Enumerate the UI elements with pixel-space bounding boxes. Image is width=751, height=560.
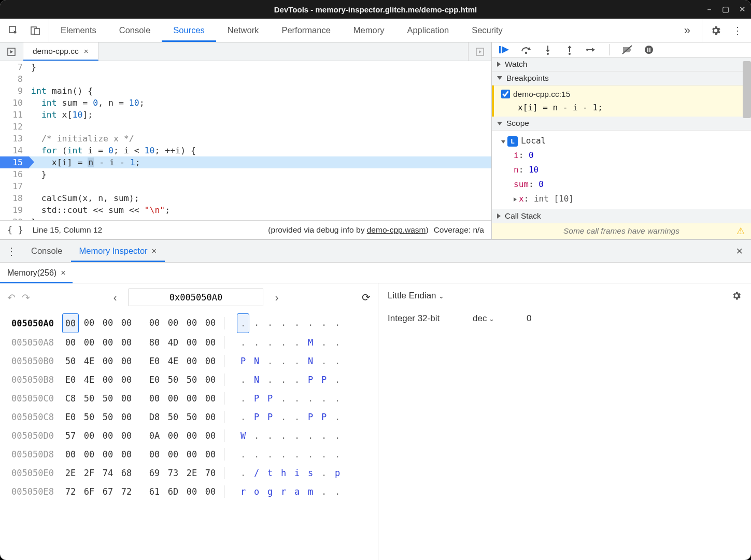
pause-on-exceptions-icon[interactable] bbox=[643, 44, 655, 56]
value-result: 0 bbox=[527, 313, 531, 324]
history-back-icon[interactable]: ↶ bbox=[7, 292, 16, 304]
hex-row[interactable]: 005050D80000000000000000........ bbox=[11, 445, 378, 464]
page-next-icon[interactable]: › bbox=[271, 292, 283, 304]
memory-tab[interactable]: Memory(256)× bbox=[0, 263, 73, 283]
navigator-toggle-icon[interactable] bbox=[5, 46, 18, 58]
step-out-icon[interactable] bbox=[563, 44, 576, 56]
tab-console[interactable]: Console bbox=[108, 19, 162, 42]
svg-point-18 bbox=[645, 46, 653, 54]
code-line[interactable]: 20} bbox=[0, 216, 491, 220]
maximize-icon[interactable]: ▢ bbox=[722, 6, 729, 13]
scrollbar-thumb[interactable] bbox=[743, 61, 751, 118]
step-into-icon[interactable] bbox=[542, 44, 554, 56]
settings-gear-icon[interactable] bbox=[710, 24, 722, 37]
svg-marker-8 bbox=[502, 46, 509, 53]
close-drawer-icon[interactable]: × bbox=[728, 240, 751, 262]
svg-marker-11 bbox=[546, 50, 550, 52]
refresh-icon[interactable]: ⟳ bbox=[362, 291, 371, 304]
code-line[interactable]: 19 std::cout << sum << "\n"; bbox=[0, 204, 491, 216]
endianness-select[interactable]: Little Endian ⌄ bbox=[388, 291, 444, 301]
hex-row[interactable]: 005050A800000000804D0000.....M.. bbox=[11, 333, 378, 352]
hex-row[interactable]: 005050E02E2F746869732E70./this.p bbox=[11, 464, 378, 482]
code-line[interactable]: 9int main() { bbox=[0, 85, 491, 97]
history-forward-icon[interactable]: ↷ bbox=[22, 292, 30, 304]
hex-row[interactable]: 005050B0504E0000E04E0000PN...N.. bbox=[11, 352, 378, 370]
scope-variable[interactable]: sum: 0 bbox=[501, 177, 751, 192]
watch-section-header[interactable]: Watch bbox=[492, 58, 751, 71]
breakpoint-checkbox[interactable] bbox=[501, 90, 510, 98]
tab-sources[interactable]: Sources bbox=[162, 19, 216, 42]
svg-point-10 bbox=[525, 52, 527, 54]
code-line[interactable]: 14 for (int i = 0; i < 10; ++i) { bbox=[0, 145, 491, 156]
hex-row[interactable]: 005050D0570000000A000000W....... bbox=[11, 426, 378, 445]
value-type: Integer 32-bit bbox=[388, 313, 460, 324]
value-settings-gear-icon[interactable] bbox=[731, 291, 742, 301]
tab-application[interactable]: Application bbox=[395, 19, 460, 42]
svg-rect-20 bbox=[649, 48, 650, 52]
drawer-tab-console[interactable]: Console bbox=[23, 240, 71, 262]
code-line[interactable]: 13 /* initialize x */ bbox=[0, 133, 491, 145]
kebab-menu-icon[interactable]: ⋮ bbox=[731, 24, 744, 37]
code-line[interactable]: 8 bbox=[0, 73, 491, 85]
breakpoint-item[interactable]: demo-cpp.cc:15 x[i] = n - i - 1; bbox=[492, 85, 751, 117]
hex-row[interactable]: 005050B8E04E0000E0505000.N...PP. bbox=[11, 370, 378, 389]
callstack-section-header[interactable]: Call Stack bbox=[492, 209, 751, 223]
code-line[interactable]: 16 } bbox=[0, 168, 491, 180]
close-drawer-tab-icon[interactable]: × bbox=[152, 246, 157, 256]
scope-local[interactable]: LLocal bbox=[501, 134, 751, 148]
step-icon[interactable] bbox=[585, 44, 598, 56]
main-toolbar: ElementsConsoleSourcesNetworkPerformance… bbox=[0, 19, 751, 42]
tab-elements[interactable]: Elements bbox=[49, 19, 108, 42]
close-memory-tab-icon[interactable]: × bbox=[61, 268, 65, 278]
tab-memory[interactable]: Memory bbox=[342, 19, 396, 42]
scope-variable[interactable]: n: 10 bbox=[501, 163, 751, 177]
value-format-select[interactable]: dec ⌄ bbox=[473, 313, 514, 324]
debug-info-provided: (provided via debug info by demo-cpp.was… bbox=[268, 225, 428, 235]
step-over-icon[interactable] bbox=[520, 44, 532, 56]
code-editor[interactable]: 7}89int main() {10 int sum = 0, n = 10;1… bbox=[0, 61, 491, 220]
hex-viewer[interactable]: 005050A00000000000000000........005050A8… bbox=[0, 311, 378, 560]
drawer-menu-icon[interactable]: ⋮ bbox=[0, 240, 23, 262]
device-toolbar-icon[interactable] bbox=[29, 24, 41, 37]
code-line[interactable]: 18 calcSum(x, n, sum); bbox=[0, 192, 491, 204]
code-line[interactable]: 15 x[i] = n - i - 1; bbox=[0, 156, 491, 168]
hex-row[interactable]: 005050A00000000000000000........ bbox=[11, 313, 378, 333]
svg-rect-19 bbox=[647, 48, 648, 52]
tab-security[interactable]: Security bbox=[460, 19, 514, 42]
deactivate-breakpoints-icon[interactable] bbox=[621, 44, 633, 56]
window-title: DevTools - memory-inspector.glitch.me/de… bbox=[274, 5, 477, 14]
code-line[interactable]: 12 bbox=[0, 121, 491, 133]
close-tab-icon[interactable]: × bbox=[84, 47, 89, 55]
drawer-tab-memory-inspector[interactable]: Memory Inspector× bbox=[71, 240, 165, 262]
pretty-print-icon[interactable]: { } bbox=[7, 225, 23, 235]
scope-variable[interactable]: x: int [10] bbox=[501, 192, 751, 206]
file-tab-demo-cpp[interactable]: demo-cpp.cc × bbox=[23, 42, 98, 61]
code-line[interactable]: 17 bbox=[0, 180, 491, 192]
address-input[interactable] bbox=[129, 289, 263, 306]
tab-performance[interactable]: Performance bbox=[270, 19, 342, 42]
svg-marker-4 bbox=[10, 50, 13, 53]
hex-row[interactable]: 005050C8E0505000D8505000.PP..PP. bbox=[11, 408, 378, 426]
sources-editor-pane: demo-cpp.cc × 7}89int main() {10 int sum… bbox=[0, 42, 492, 239]
page-prev-icon[interactable]: ‹ bbox=[109, 292, 121, 304]
hex-row[interactable]: 005050E8726F6772616D0000rogram.. bbox=[11, 482, 378, 501]
snippets-run-icon[interactable] bbox=[474, 46, 486, 58]
code-line[interactable]: 7} bbox=[0, 61, 491, 73]
code-line[interactable]: 11 int x[10]; bbox=[0, 109, 491, 121]
callstack-warning: Some call frames have warnings bbox=[492, 223, 751, 239]
scope-variable[interactable]: i: 0 bbox=[501, 148, 751, 163]
more-tabs-icon[interactable]: » bbox=[673, 19, 702, 42]
breakpoints-section-header[interactable]: Breakpoints bbox=[492, 71, 751, 85]
close-icon[interactable]: ✕ bbox=[739, 6, 746, 13]
wasm-link[interactable]: demo-cpp.wasm bbox=[367, 225, 426, 234]
minimize-icon[interactable]: － bbox=[705, 6, 713, 13]
debugger-sidebar: Watch Breakpoints demo-cpp.cc:15 x[i] = … bbox=[492, 42, 751, 239]
svg-point-12 bbox=[547, 53, 549, 55]
inspect-element-icon[interactable] bbox=[7, 24, 20, 37]
tab-network[interactable]: Network bbox=[216, 19, 271, 42]
scope-section-header[interactable]: Scope bbox=[492, 117, 751, 131]
resume-icon[interactable] bbox=[498, 44, 511, 56]
svg-point-14 bbox=[569, 53, 571, 55]
hex-row[interactable]: 005050C0C850500000000000.PP..... bbox=[11, 389, 378, 408]
code-line[interactable]: 10 int sum = 0, n = 10; bbox=[0, 97, 491, 109]
